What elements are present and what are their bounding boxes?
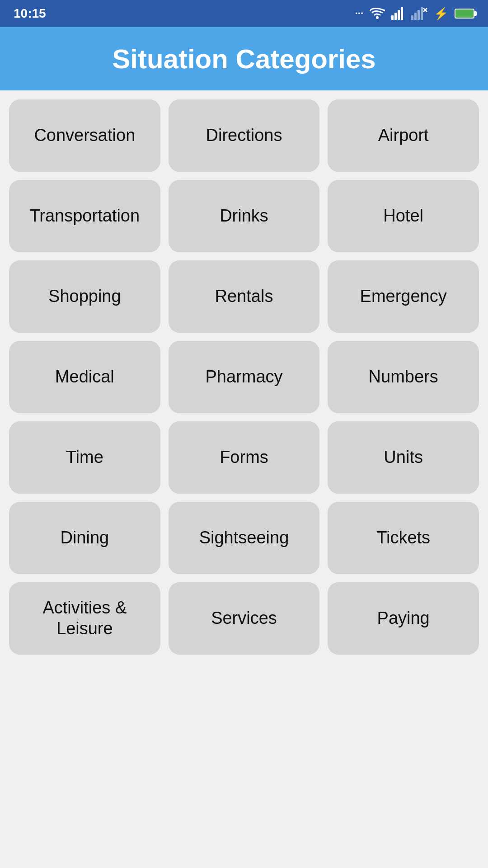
category-button-time[interactable]: Time	[9, 421, 160, 494]
category-button-numbers[interactable]: Numbers	[328, 341, 479, 413]
category-button-drinks[interactable]: Drinks	[169, 180, 320, 252]
category-label: Forms	[215, 443, 273, 472]
category-label: Rentals	[211, 282, 278, 311]
category-label: Drinks	[215, 201, 273, 231]
category-label: Transportation	[25, 201, 145, 231]
category-label: Pharmacy	[201, 362, 287, 392]
category-button-conversation[interactable]: Conversation	[9, 99, 160, 172]
category-label: Time	[61, 443, 108, 472]
page-title: Situation Categories	[112, 43, 375, 75]
svg-rect-3	[398, 10, 400, 20]
wifi-icon	[370, 7, 385, 20]
category-label: Units	[379, 443, 427, 472]
category-label: Conversation	[29, 121, 140, 151]
category-button-units[interactable]: Units	[328, 421, 479, 494]
svg-point-0	[376, 16, 379, 19]
svg-rect-2	[394, 13, 397, 20]
svg-rect-4	[401, 7, 403, 20]
status-icons: ··· ⚡	[355, 7, 474, 21]
category-button-paying[interactable]: Paying	[328, 582, 479, 655]
category-label: Tickets	[372, 523, 435, 553]
category-button-forms[interactable]: Forms	[169, 421, 320, 494]
status-time: 10:15	[14, 6, 46, 21]
dots-icon: ···	[355, 8, 363, 19]
category-button-activities---leisure[interactable]: Activities & Leisure	[9, 582, 160, 655]
signal-icon	[391, 7, 405, 20]
svg-rect-8	[421, 7, 423, 20]
category-button-airport[interactable]: Airport	[328, 99, 479, 172]
category-label: Services	[206, 604, 282, 633]
category-button-medical[interactable]: Medical	[9, 341, 160, 413]
battery-icon	[455, 9, 474, 19]
category-label: Shopping	[44, 282, 126, 311]
category-label: Directions	[202, 121, 287, 151]
category-button-pharmacy[interactable]: Pharmacy	[169, 341, 320, 413]
category-label: Airport	[374, 121, 433, 151]
category-button-directions[interactable]: Directions	[169, 99, 320, 172]
svg-rect-1	[391, 15, 394, 20]
status-bar: 10:15 ··· ⚡	[0, 0, 488, 27]
category-label: Paying	[373, 604, 434, 633]
svg-rect-7	[418, 10, 420, 20]
category-label: Dining	[56, 523, 113, 553]
category-label: Emergency	[356, 282, 451, 311]
categories-grid: ConversationDirectionsAirportTransportat…	[0, 90, 488, 664]
category-button-services[interactable]: Services	[169, 582, 320, 655]
category-label: Activities & Leisure	[9, 593, 160, 643]
category-button-transportation[interactable]: Transportation	[9, 180, 160, 252]
svg-rect-6	[414, 13, 417, 20]
category-button-tickets[interactable]: Tickets	[328, 502, 479, 574]
category-button-hotel[interactable]: Hotel	[328, 180, 479, 252]
charging-icon: ⚡	[434, 7, 448, 21]
category-button-rentals[interactable]: Rentals	[169, 260, 320, 333]
category-button-shopping[interactable]: Shopping	[9, 260, 160, 333]
category-label: Sightseeing	[195, 523, 294, 553]
category-label: Numbers	[364, 362, 443, 392]
category-button-sightseeing[interactable]: Sightseeing	[169, 502, 320, 574]
category-label: Medical	[51, 362, 119, 392]
svg-rect-5	[411, 15, 413, 20]
category-button-emergency[interactable]: Emergency	[328, 260, 479, 333]
signal-x-icon	[411, 7, 427, 20]
app-header: Situation Categories	[0, 27, 488, 90]
category-label: Hotel	[379, 201, 428, 231]
category-button-dining[interactable]: Dining	[9, 502, 160, 574]
